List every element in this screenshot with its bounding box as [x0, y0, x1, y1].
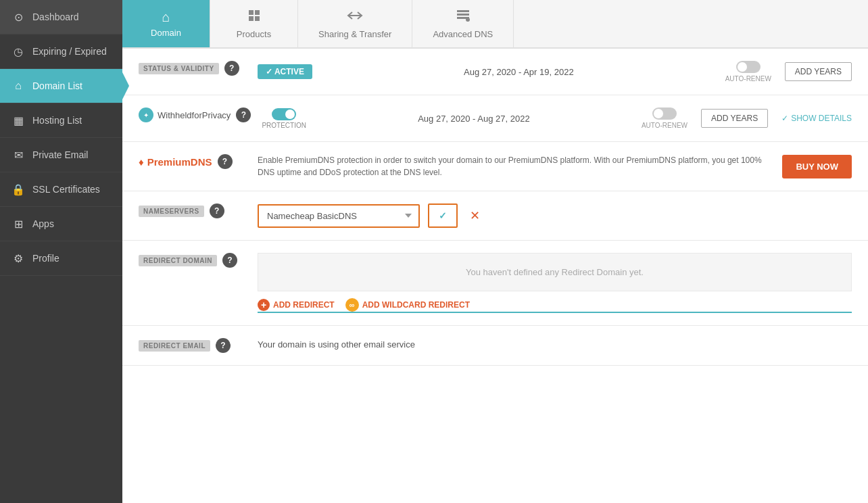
redirect-domain-content: You haven't defined any Redirect Domain …	[258, 253, 852, 313]
auto-renew-label: AUTO-RENEW	[725, 75, 771, 82]
nameserver-cancel-button[interactable]: ✕	[466, 208, 484, 223]
redirect-email-help-button[interactable]: ?	[216, 338, 231, 353]
add-redirect-icon: +	[258, 299, 270, 311]
home-icon: ⌂	[11, 78, 26, 93]
dns-tab-icon	[456, 8, 471, 26]
protection-toggle-wrap: PROTECTION	[262, 108, 306, 129]
clock-icon: ◷	[11, 44, 26, 59]
premium-diamond-icon: ♦	[139, 156, 144, 168]
tab-domain[interactable]: ⌂ Domain	[122, 0, 210, 47]
premium-label-wrap: ♦ PremiumDNS ?	[139, 154, 247, 169]
premium-dns-row: ♦ PremiumDNS ? Enable PremiumDNS protect…	[122, 142, 868, 191]
auto-renew-wrap: AUTO-RENEW	[725, 61, 771, 82]
nameservers-label: NAMESERVERS	[139, 206, 204, 217]
redirect-empty-message: You haven't defined any Redirect Domain …	[258, 253, 852, 291]
nameserver-confirm-button[interactable]: ✓	[428, 203, 458, 228]
redirect-email-label-wrap: REDIRECT EMAIL ?	[139, 338, 247, 353]
premium-dns-text: PremiumDNS	[147, 156, 212, 168]
svg-rect-1	[255, 10, 260, 15]
privacy-icon: ✦	[139, 107, 153, 122]
premium-desc: Enable PremiumDNS protection in order to…	[258, 154, 771, 178]
tab-advanced-dns[interactable]: Advanced DNS	[412, 0, 514, 47]
tab-domain-label: Domain	[151, 28, 181, 38]
status-label: STATUS & VALIDITY	[139, 63, 219, 74]
redirect-domain-row: REDIRECT DOMAIN ? You haven't defined an…	[122, 241, 868, 326]
buy-now-button[interactable]: BUY NOW	[782, 155, 852, 178]
add-wildcard-label: ADD WILDCARD REDIRECT	[362, 300, 470, 310]
nameservers-content: Namecheap BasicDNS Namecheap PremiumDNS …	[258, 203, 484, 228]
auto-renew-toggle[interactable]	[736, 61, 761, 73]
add-redirect-button[interactable]: + ADD REDIRECT	[258, 299, 335, 311]
sidebar-item-hosting-list[interactable]: ▦ Hosting List	[0, 103, 122, 138]
status-date-range: Aug 27, 2020 - Apr 19, 2022	[326, 67, 712, 77]
sidebar-item-profile[interactable]: ⚙ Profile	[0, 241, 122, 276]
show-details-link[interactable]: ✓ SHOW DETAILS	[781, 114, 852, 123]
nameservers-label-wrap: NAMESERVERS ?	[139, 203, 247, 218]
gear-icon: ⚙	[11, 251, 26, 266]
svg-rect-5	[457, 14, 469, 16]
redirect-domain-help-button[interactable]: ?	[222, 253, 237, 268]
sidebar-item-private-email[interactable]: ✉ Private Email	[0, 138, 122, 172]
nameservers-row: NAMESERVERS ? Namecheap BasicDNS Nameche…	[122, 191, 868, 241]
domain-content: STATUS & VALIDITY ? ✓ ACTIVE Aug 27, 202…	[122, 49, 868, 503]
premium-dns-logo: ♦ PremiumDNS	[139, 156, 212, 168]
sidebar-item-label: Domain List	[32, 80, 82, 91]
sharing-tab-icon	[347, 8, 363, 26]
svg-point-7	[466, 18, 470, 22]
privacy-content: PROTECTION Aug 27, 2020 - Aug 27, 2022 A…	[262, 107, 852, 129]
tab-advanced-dns-label: Advanced DNS	[433, 29, 493, 39]
email-icon: ✉	[11, 147, 26, 162]
redirect-email-content: Your domain is using other email service	[258, 338, 415, 350]
nameserver-confirm-icon: ✓	[439, 210, 447, 221]
privacy-logo-text: WithheldforPrivacy	[158, 110, 231, 120]
nameservers-help-button[interactable]: ?	[210, 203, 224, 218]
status-label-wrap: STATUS & VALIDITY ?	[139, 61, 247, 76]
lock-icon: 🔒	[11, 182, 26, 197]
privacy-add-years-button[interactable]: ADD YEARS	[701, 109, 768, 128]
dashboard-icon: ⊙	[11, 9, 26, 24]
add-years-button[interactable]: ADD YEARS	[785, 62, 852, 81]
sidebar-item-label: Hosting List	[32, 115, 82, 126]
sidebar-item-expiring[interactable]: ◷ Expiring / Expired	[0, 34, 122, 69]
premium-row-content: Enable PremiumDNS protection in order to…	[258, 154, 852, 178]
tab-products[interactable]: Products	[210, 0, 298, 47]
status-content: ✓ ACTIVE Aug 27, 2020 - Apr 19, 2022 AUT…	[258, 61, 852, 82]
redirect-email-text: Your domain is using other email service	[258, 339, 415, 350]
privacy-label-wrap: ✦ WithheldforPrivacy ?	[139, 107, 251, 122]
status-validity-row: STATUS & VALIDITY ? ✓ ACTIVE Aug 27, 202…	[122, 49, 868, 95]
redirect-email-row: REDIRECT EMAIL ? Your domain is using ot…	[122, 326, 868, 366]
active-badge: ✓ ACTIVE	[258, 64, 312, 79]
svg-rect-3	[255, 16, 260, 21]
privacy-logo: ✦ WithheldforPrivacy	[139, 107, 231, 122]
protection-label: PROTECTION	[262, 122, 306, 129]
premium-help-button[interactable]: ?	[218, 154, 233, 169]
svg-rect-2	[249, 16, 254, 21]
privacy-auto-renew-toggle[interactable]	[652, 107, 677, 120]
sidebar-item-dashboard[interactable]: ⊙ Dashboard	[0, 0, 122, 34]
apps-icon: ⊞	[11, 216, 26, 231]
grid-icon: ▦	[11, 113, 26, 128]
protection-toggle[interactable]	[272, 108, 296, 120]
redirect-actions: + ADD REDIRECT ∞ ADD WILDCARD REDIRECT	[258, 298, 852, 312]
privacy-help-button[interactable]: ?	[236, 107, 251, 122]
sidebar-item-domain-list[interactable]: ⌂ Domain List	[0, 69, 122, 103]
show-details-check-icon: ✓	[781, 114, 788, 123]
sidebar-item-ssl[interactable]: 🔒 SSL Certificates	[0, 172, 122, 207]
sidebar-item-apps[interactable]: ⊞ Apps	[0, 207, 122, 241]
privacy-date-range: Aug 27, 2020 - Aug 27, 2022	[320, 114, 628, 124]
teal-divider	[258, 312, 852, 313]
redirect-domain-label-wrap: REDIRECT DOMAIN ?	[139, 253, 247, 268]
sidebar-item-label: Expiring / Expired	[32, 46, 107, 57]
add-wildcard-button[interactable]: ∞ ADD WILDCARD REDIRECT	[345, 298, 470, 312]
nameserver-select[interactable]: Namecheap BasicDNS Namecheap PremiumDNS …	[258, 204, 420, 228]
show-details-label: SHOW DETAILS	[791, 114, 852, 123]
wildcard-icon: ∞	[345, 298, 359, 312]
sidebar-item-label: Profile	[32, 253, 59, 264]
tab-bar: ⌂ Domain Products Sharing & Transfer	[122, 0, 868, 49]
add-redirect-label: ADD REDIRECT	[273, 300, 335, 310]
tab-sharing-transfer[interactable]: Sharing & Transfer	[298, 0, 412, 47]
privacy-row: ✦ WithheldforPrivacy ? PROTECTION Aug 27…	[122, 95, 868, 142]
privacy-auto-renew-wrap: AUTO-RENEW	[642, 107, 688, 129]
privacy-auto-renew-label: AUTO-RENEW	[642, 122, 688, 129]
status-help-button[interactable]: ?	[224, 61, 239, 76]
